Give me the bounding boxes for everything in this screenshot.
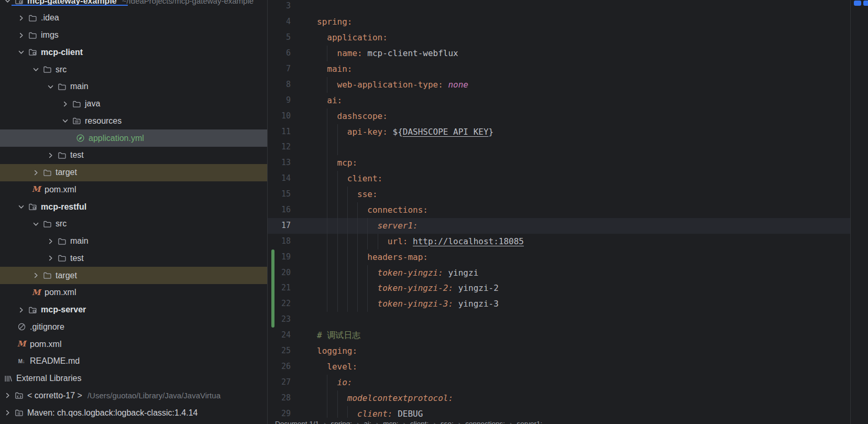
code-line-19[interactable]: 19headers-map: [268,249,850,265]
chevron-collapsed-icon[interactable] [46,151,55,160]
breadcrumb-item[interactable]: server1: [517,420,542,424]
code-line-17[interactable]: 17server1: [268,218,850,234]
breadcrumb-item[interactable]: spring: [331,420,353,424]
line-number[interactable]: 26 [268,359,291,375]
chevron-expanded-icon[interactable] [46,82,55,91]
chevron-collapsed-icon[interactable] [3,391,12,400]
code-line-11[interactable]: 11api-key: ${DASHSCOPE_API_KEY} [268,124,850,140]
chevron-collapsed-icon[interactable] [17,31,26,40]
breadcrumb-item[interactable]: sse: [441,420,454,424]
line-number[interactable]: 10 [268,108,291,124]
code-line-25[interactable]: 25logging: [268,343,850,359]
code-line-23[interactable]: 23 [268,312,850,328]
chevron-collapsed-icon[interactable] [61,100,70,108]
line-number[interactable]: 6 [268,46,291,61]
tree-item-target[interactable]: target [0,164,267,181]
line-number[interactable]: 8 [268,77,291,93]
code-area[interactable]: 34spring:5application:6name: mcp-client-… [268,0,850,421]
code-line-9[interactable]: 9ai: [268,93,850,108]
code-line-27[interactable]: 27io: [268,375,850,390]
topbar-blue-button-1[interactable] [854,1,861,6]
code-line-28[interactable]: 28modelcontextprotocol: [268,390,850,406]
tree-item-pom-xml[interactable]: Mpom.xml [0,335,267,353]
tree-item-gitignore[interactable]: .gitignore [0,319,267,336]
tree-item-main[interactable]: main [0,78,267,95]
tree-item-src[interactable]: src [0,215,267,233]
code-line-24[interactable]: 24# 调试日志 [268,328,850,343]
code-line-20[interactable]: 20token-yingzi: yingzi [268,265,850,281]
topbar-blue-button-2[interactable] [863,1,868,6]
tree-item-readme-md[interactable]: M↓README.md [0,353,267,370]
line-number[interactable]: 4 [268,14,291,30]
code-line-15[interactable]: 15sse: [268,187,850,202]
code-line-22[interactable]: 22token-yingzi-3: yingzi-3 [268,296,850,312]
code-line-10[interactable]: 10dashscope: [268,108,850,124]
chevron-expanded-icon[interactable] [61,116,70,125]
line-number[interactable]: 16 [268,202,291,218]
breadcrumb-item[interactable]: client: [410,420,428,424]
line-number[interactable]: 17 [268,218,291,234]
line-number[interactable]: 18 [268,234,291,249]
line-number[interactable]: 3 [268,0,291,14]
code-line-4[interactable]: 4spring: [268,14,850,30]
line-number[interactable]: 25 [268,343,291,359]
code-line-3[interactable]: 3 [268,0,850,14]
tree-item-maven-ch-qos-logback-logback-classic-1-4-14[interactable]: Maven: ch.qos.logback:logback-classic:1.… [0,404,267,421]
tree-item-mcp-restful[interactable]: mcp-restful [0,198,267,215]
tree-item-src[interactable]: src [0,61,267,78]
code-line-14[interactable]: 14client: [268,171,850,187]
tree-item-main[interactable]: main [0,233,267,250]
breadcrumb-item[interactable]: mcp: [383,420,398,424]
chevron-expanded-icon[interactable] [31,220,40,229]
line-number[interactable]: 5 [268,30,291,46]
chevron-collapsed-icon[interactable] [46,254,55,263]
tree-item-test[interactable]: test [0,147,267,164]
line-number[interactable]: 14 [268,171,291,187]
editor-panel[interactable]: 34spring:5application:6name: mcp-client-… [268,0,850,424]
tree-item-corretto-17[interactable]: < corretto-17 >/Users/guotao/Library/Jav… [0,387,267,405]
code-line-5[interactable]: 5application: [268,30,850,46]
tree-item-imgs[interactable]: imgs [0,27,267,44]
line-number[interactable]: 27 [268,375,291,390]
code-line-6[interactable]: 6name: mcp-client-webflux [268,46,850,61]
tree-item-target[interactable]: target [0,267,267,284]
chevron-collapsed-icon[interactable] [17,306,26,314]
code-line-7[interactable]: 7main: [268,61,850,77]
tree-item-resources[interactable]: resources [0,113,267,130]
tree-item-external-libraries[interactable]: External Libraries [0,370,267,387]
chevron-collapsed-icon[interactable] [31,271,40,280]
code-line-12[interactable]: 12 [268,139,850,155]
chevron-collapsed-icon[interactable] [3,408,12,417]
line-number[interactable]: 9 [268,93,291,108]
code-line-26[interactable]: 26level: [268,359,850,375]
breadcrumb-item[interactable]: ai: [364,420,371,424]
line-number[interactable]: 15 [268,187,291,202]
chevron-collapsed-icon[interactable] [46,237,55,246]
line-number[interactable]: 7 [268,61,291,77]
chevron-expanded-icon[interactable] [3,0,12,5]
line-number[interactable]: 12 [268,139,291,155]
line-number[interactable]: 28 [268,390,291,406]
tree-item-test[interactable]: test [0,250,267,267]
line-number[interactable]: 11 [268,124,291,140]
tree-item-idea[interactable]: .idea [0,9,267,27]
line-number[interactable]: 13 [268,155,291,171]
code-line-21[interactable]: 21token-yingzi-2: yingzi-2 [268,280,850,296]
chevron-expanded-icon[interactable] [17,48,26,57]
chevron-collapsed-icon[interactable] [17,14,26,23]
tree-item-mcp-server[interactable]: mcp-server [0,301,267,319]
code-line-8[interactable]: 8web-application-type: none [268,77,850,93]
tree-item-pom-xml[interactable]: Mpom.xml [0,284,267,301]
breadcrumb-item[interactable]: connections: [465,420,505,424]
code-line-16[interactable]: 16connections: [268,202,850,218]
line-number[interactable]: 24 [268,328,291,343]
code-line-18[interactable]: 18url: http://localhost:18085 [268,234,850,249]
tree-item-mcp-client[interactable]: mcp-client [0,44,267,61]
tree-item-pom-xml[interactable]: Mpom.xml [0,181,267,199]
code-line-13[interactable]: 13mcp: [268,155,850,171]
tree-item-application-yml[interactable]: application.yml [0,129,267,147]
chevron-expanded-icon[interactable] [31,65,40,74]
chevron-expanded-icon[interactable] [17,202,26,211]
tree-item-java[interactable]: java [0,95,267,113]
chevron-collapsed-icon[interactable] [31,168,40,177]
